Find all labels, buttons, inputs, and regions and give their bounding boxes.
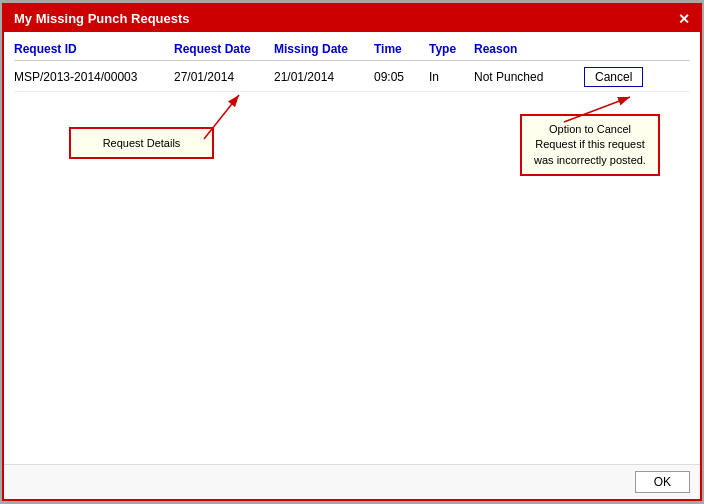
ok-button[interactable]: OK	[635, 471, 690, 493]
cell-request-date: 27/01/2014	[174, 70, 274, 84]
data-table: Request ID Request Date Missing Date Tim…	[14, 42, 690, 92]
col-header-time: Time	[374, 42, 429, 56]
annotation-arrows	[4, 32, 700, 464]
modal-overlay: My Missing Punch Requests ✕ Request ID R…	[0, 0, 704, 504]
col-header-action	[584, 42, 664, 56]
modal-body: Request ID Request Date Missing Date Tim…	[4, 32, 700, 464]
cell-type: In	[429, 70, 474, 84]
cancel-option-annotation: Option to Cancel Request if this request…	[520, 114, 660, 176]
cell-action: Cancel	[584, 67, 664, 87]
modal-footer: OK	[4, 464, 700, 499]
cell-request-id: MSP/2013-2014/00003	[14, 70, 174, 84]
modal-header: My Missing Punch Requests ✕	[4, 5, 700, 32]
cell-reason: Not Punched	[474, 70, 584, 84]
modal-close-button[interactable]: ✕	[678, 12, 690, 26]
table-header-row: Request ID Request Date Missing Date Tim…	[14, 42, 690, 61]
col-header-type: Type	[429, 42, 474, 56]
modal-title: My Missing Punch Requests	[14, 11, 190, 26]
col-header-request-date: Request Date	[174, 42, 274, 56]
request-details-annotation: Request Details	[69, 127, 214, 159]
col-header-missing-date: Missing Date	[274, 42, 374, 56]
cancel-option-label: Option to Cancel Request if this request…	[534, 123, 646, 166]
table-row: MSP/2013-2014/00003 27/01/2014 21/01/201…	[14, 63, 690, 92]
request-details-label: Request Details	[103, 137, 181, 149]
col-header-reason: Reason	[474, 42, 584, 56]
cancel-request-button[interactable]: Cancel	[584, 67, 643, 87]
col-header-request-id: Request ID	[14, 42, 174, 56]
modal: My Missing Punch Requests ✕ Request ID R…	[2, 3, 702, 501]
cell-time: 09:05	[374, 70, 429, 84]
cell-missing-date: 21/01/2014	[274, 70, 374, 84]
